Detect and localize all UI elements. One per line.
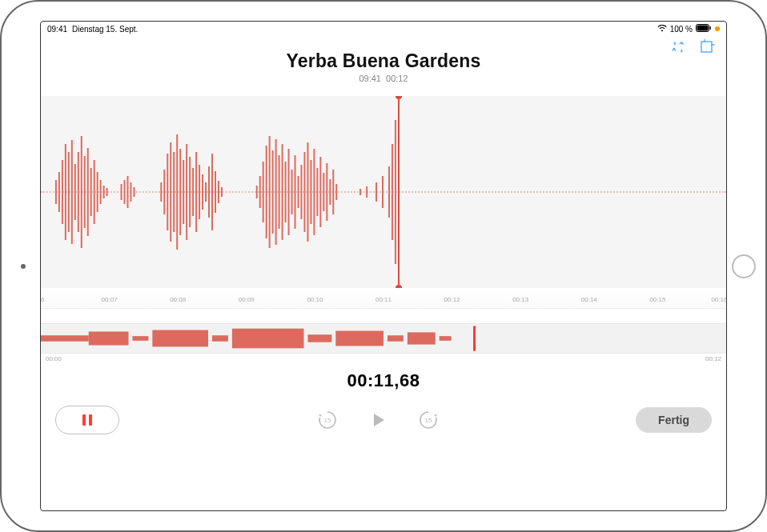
recording-duration: 00:12 [386,74,408,83]
svg-rect-52 [269,136,271,248]
svg-rect-8 [62,160,63,224]
svg-rect-11 [71,140,73,244]
status-bar: 09:41 Dienstag 15. Sept. 100 % [41,22,726,36]
svg-rect-62 [300,165,302,219]
svg-rect-85 [212,335,228,342]
svg-rect-31 [170,142,171,242]
pause-button[interactable] [55,406,119,434]
ruler-label: 00:16 [711,296,727,303]
ruler-label: 00:10 [307,296,323,303]
svg-rect-66 [313,149,315,235]
recording-title[interactable]: Yerba Buena Gardens [41,50,726,72]
screen: 09:41 Dienstag 15. Sept. 100 % [40,21,727,511]
play-button[interactable] [367,410,388,430]
svg-rect-79 [392,144,393,240]
svg-rect-57 [285,162,287,222]
svg-rect-53 [272,150,274,234]
svg-rect-25 [126,176,128,208]
skip-back-15-icon: 15 [316,409,339,431]
ruler-label: 00:07 [102,296,118,303]
svg-rect-91 [440,336,452,341]
waveform-bars-icon [41,96,726,288]
svg-rect-30 [167,154,168,230]
svg-rect-63 [303,152,305,232]
svg-rect-70 [326,163,327,221]
svg-rect-84 [152,330,208,347]
svg-rect-22 [106,188,108,196]
battery-icon [696,24,712,34]
svg-rect-92 [82,414,86,426]
svg-rect-49 [259,176,261,208]
waveform-overview[interactable] [41,323,726,354]
svg-rect-74 [359,189,361,195]
ruler-label: 00:11 [375,296,392,303]
wifi-icon [657,25,667,34]
svg-rect-72 [332,170,334,214]
svg-rect-87 [307,334,331,342]
svg-rect-80 [395,120,396,264]
svg-rect-46 [218,181,219,203]
svg-rect-54 [275,139,277,245]
svg-rect-73 [335,184,337,200]
svg-rect-14 [81,136,82,248]
ruler-label: 00:08 [170,296,186,303]
waveform-main[interactable] [41,96,726,288]
enhance-icon[interactable] [670,39,686,58]
status-bar-left: 09:41 Dienstag 15. Sept. [47,25,138,34]
ruler-label: 00:09 [239,296,255,303]
svg-rect-69 [323,173,324,211]
svg-rect-50 [263,162,264,222]
svg-rect-77 [382,176,384,208]
svg-point-4 [681,42,682,43]
status-bar-right: 100 % [657,24,720,34]
overview-start-time: 00:00 [46,355,62,362]
edit-toolbar [670,39,715,58]
svg-rect-35 [183,160,184,224]
svg-rect-10 [68,152,70,232]
status-date: Dienstag 15. Sept. [72,25,138,34]
ruler-label: 00:14 [581,296,597,303]
home-button[interactable] [732,254,756,278]
waveform-overview-bars-icon [41,324,726,353]
ruler-label: 00:12 [444,296,460,303]
ipad-frame: 09:41 Dienstag 15. Sept. 100 % [0,0,767,532]
svg-rect-90 [408,332,436,344]
overview-end-time: 00:12 [705,355,721,362]
recording-subtitle: 09:41 00:12 [41,74,726,83]
svg-rect-40 [199,165,200,219]
current-time: 00:11,68 [41,370,726,391]
svg-rect-19 [97,172,98,212]
svg-rect-60 [295,155,296,229]
status-time: 09:41 [47,25,67,34]
overview-cursor[interactable] [473,326,476,351]
transport-controls: 15 15 Fertig [41,406,726,446]
svg-rect-55 [279,155,280,229]
time-ruler[interactable]: 06 00:07 00:08 00:09 00:10 00:11 00:12 0… [41,288,726,309]
trim-icon[interactable] [699,39,715,58]
svg-rect-12 [74,164,76,220]
overview-timecodes: 00:00 00:12 [41,354,726,362]
svg-rect-42 [205,182,207,202]
skip-forward-button[interactable]: 15 [417,409,440,431]
svg-rect-16 [87,148,89,236]
svg-rect-24 [124,180,126,204]
svg-rect-82 [89,331,129,345]
svg-rect-36 [186,144,187,240]
svg-rect-71 [329,179,331,205]
svg-rect-27 [133,187,135,197]
svg-rect-39 [195,152,197,232]
skip-back-button[interactable]: 15 [316,409,339,431]
svg-rect-44 [211,154,213,230]
svg-rect-41 [202,174,203,210]
svg-rect-45 [215,171,216,213]
svg-rect-59 [291,170,293,214]
svg-rect-86 [232,329,304,349]
svg-rect-17 [90,168,92,216]
playhead[interactable] [398,96,400,288]
svg-rect-32 [173,152,175,232]
skip-forward-15-icon: 15 [417,409,440,431]
svg-rect-65 [310,160,311,224]
svg-rect-58 [288,149,290,235]
done-button[interactable]: Fertig [636,407,712,433]
svg-rect-29 [163,170,165,214]
